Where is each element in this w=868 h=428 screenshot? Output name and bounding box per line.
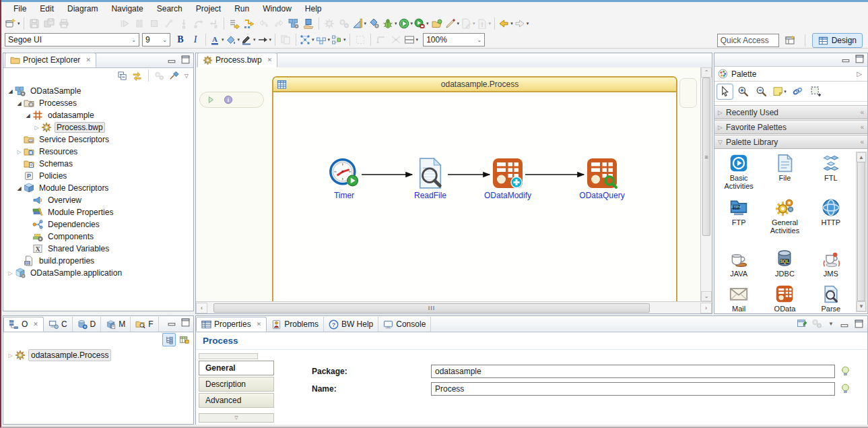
toolbar-button[interactable]: [413, 16, 430, 31]
toolbar-button[interactable]: [117, 16, 132, 31]
palette-item[interactable]: FTP> FTP: [716, 196, 762, 247]
tree-expander-icon[interactable]: [6, 88, 15, 94]
table-view-button[interactable]: [177, 333, 191, 346]
scroll-left-button[interactable]: ‹: [196, 303, 207, 313]
properties-section-tab[interactable]: General: [199, 361, 274, 375]
tree-expander-icon[interactable]: [6, 353, 15, 359]
menu-item[interactable]: Help: [298, 3, 329, 16]
hint-bulb-icon[interactable]: [841, 384, 850, 394]
palette-scrollbar[interactable]: ▲ ▼: [856, 152, 867, 312]
collapse-all-button[interactable]: [116, 69, 129, 82]
maximize-icon[interactable]: [180, 318, 191, 327]
toolbar-button[interactable]: [315, 32, 331, 47]
toolbar-button[interactable]: [27, 16, 42, 31]
toolbar-button[interactable]: [240, 32, 257, 47]
tree-item[interactable]: Process.bwp: [3, 121, 193, 133]
menu-item[interactable]: File: [7, 3, 33, 16]
tree-expander-icon[interactable]: [15, 100, 24, 106]
canvas-vertical-scrollbar[interactable]: ⌃ ≡ ⌄: [700, 67, 712, 301]
view-tab[interactable]: C: [44, 317, 73, 332]
palette-item[interactable]: Mail: [716, 282, 762, 312]
scroll-up-button[interactable]: ▲: [857, 152, 866, 162]
toolbar-button[interactable]: [132, 16, 147, 31]
italic-button[interactable]: I: [188, 32, 203, 47]
view-tab[interactable]: Properties: [196, 317, 267, 332]
collapsed-events-bar[interactable]: i: [199, 92, 264, 108]
menu-item[interactable]: Navigate: [104, 3, 149, 16]
scroll-down-button[interactable]: ▼: [857, 301, 866, 311]
bold-button[interactable]: B: [173, 32, 188, 47]
tree-item[interactable]: Module Properties: [3, 206, 193, 218]
view-tab[interactable]: F: [131, 317, 158, 332]
toolbar-button[interactable]: [242, 16, 257, 31]
view-tab[interactable]: ? BW Help: [324, 317, 378, 332]
toolbar-button[interactable]: [162, 16, 176, 31]
toolbar-button[interactable]: [367, 16, 382, 31]
process-node[interactable]: ReadFile: [397, 157, 464, 200]
palette-item[interactable]: File: [762, 152, 807, 196]
minimize-icon[interactable]: [167, 55, 177, 64]
tree-expander-icon[interactable]: [6, 270, 15, 276]
toolbar-button[interactable]: [389, 32, 403, 47]
open-perspective-button[interactable]: [783, 33, 798, 48]
palette-scroll-thumb[interactable]: [857, 162, 865, 301]
properties-section-tab[interactable]: Advanced: [199, 393, 274, 408]
toolbar-button[interactable]: [257, 16, 271, 31]
tree-expander-icon[interactable]: [24, 113, 32, 119]
toolbar-button[interactable]: [42, 16, 57, 31]
process-canvas[interactable]: i odatasample.Process Timer ReadFi: [196, 67, 712, 301]
tree-item[interactable]: Service Descriptors: [3, 133, 193, 146]
toolbar-button[interactable]: [206, 16, 221, 31]
toolbar-button[interactable]: [176, 16, 191, 31]
palette-collapse-arrow-icon[interactable]: ▷: [857, 70, 864, 78]
palette-item[interactable]: Parse: [808, 282, 854, 312]
palette-item[interactable]: SQL JDBC: [762, 247, 807, 282]
filters-button[interactable]: [153, 69, 166, 82]
tree-item[interactable]: 010 build.properties: [3, 255, 193, 267]
toolbar-button[interactable]: [299, 32, 315, 47]
toolbar-button[interactable]: [278, 32, 293, 47]
palette-tool-button[interactable]: [716, 84, 733, 100]
palette-tool-button[interactable]: [735, 84, 752, 100]
tab-process-bwp[interactable]: Process.bwp: [197, 53, 277, 67]
zoom-level-select[interactable]: 100%⌄: [423, 33, 485, 47]
toolbar-button[interactable]: [403, 32, 420, 47]
expand-play-icon[interactable]: [206, 95, 215, 104]
maximize-icon[interactable]: [855, 55, 865, 63]
tree-item[interactable]: odatasample: [3, 109, 193, 121]
palette-header[interactable]: Palette ▷: [714, 67, 867, 82]
palette-tool-button[interactable]: [807, 84, 824, 100]
toolbar-button[interactable]: [301, 16, 316, 31]
pin-icon[interactable]: [860, 123, 867, 131]
process-box[interactable]: odatasample.Process Timer ReadFile OData…: [272, 76, 677, 301]
palette-section-header[interactable]: Favorite Palettes: [714, 120, 867, 134]
palette-tool-button[interactable]: [771, 84, 788, 100]
horizontal-scroll-thumb[interactable]: III: [213, 303, 650, 313]
pin-icon[interactable]: [860, 109, 867, 116]
tree-item[interactable]: Overview: [3, 194, 193, 206]
toolbar-button[interactable]: [374, 32, 389, 47]
toolbar-button[interactable]: [352, 16, 368, 31]
menu-item[interactable]: Edit: [33, 3, 61, 16]
view-tab[interactable]: O: [3, 317, 44, 332]
text-input[interactable]: Process: [431, 382, 835, 396]
toolbar-button[interactable]: [337, 16, 352, 31]
palette-item[interactable]: Basic Activities: [716, 152, 762, 196]
tree-item[interactable]: Components: [3, 231, 193, 243]
palette-tool-button[interactable]: [753, 84, 770, 100]
maximize-icon[interactable]: [854, 319, 864, 328]
process-node[interactable]: ODataQuery: [568, 157, 636, 200]
filter-icon[interactable]: [811, 318, 822, 329]
toolbar-button[interactable]: [476, 16, 492, 31]
menu-item[interactable]: Run: [228, 3, 256, 16]
collapsed-side-bar[interactable]: [679, 78, 697, 108]
toolbar-button[interactable]: A: [209, 32, 225, 47]
tree-item[interactable]: X Shared Variables: [3, 243, 193, 255]
tab-project-explorer[interactable]: Project Explorer: [5, 53, 96, 67]
view-tab[interactable]: D: [73, 317, 102, 332]
tree-layout-toggle-button[interactable]: [162, 333, 176, 346]
text-input[interactable]: odatasample: [431, 365, 835, 378]
palette-item[interactable]: HTTP: [808, 196, 854, 247]
process-box-header[interactable]: odatasample.Process: [273, 78, 676, 92]
menu-item[interactable]: Search: [150, 3, 189, 16]
